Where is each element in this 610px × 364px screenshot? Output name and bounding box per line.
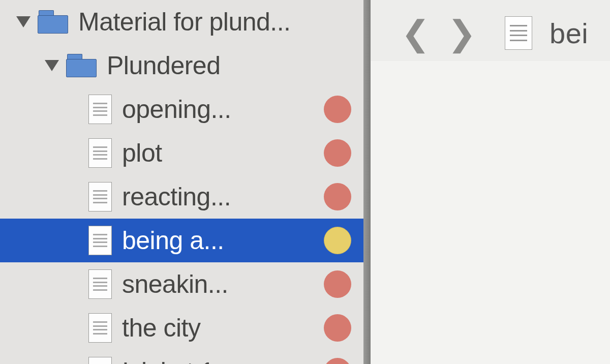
document-icon (88, 95, 112, 124)
tree-item-label: sneakin... (122, 269, 315, 299)
sidebar-item-5[interactable]: being a... (0, 219, 363, 262)
status-dot-red (324, 96, 351, 123)
breadcrumb-title[interactable]: bei (550, 17, 588, 50)
document-icon (88, 313, 112, 343)
status-dot-red (324, 270, 351, 298)
nav-forward-button[interactable]: ❯ (447, 13, 476, 53)
sidebar-item-2[interactable]: opening... (0, 87, 363, 131)
tree-item-label: the city (122, 313, 315, 343)
editor-toolbar: ❮ ❯ bei (371, 0, 610, 61)
document-icon (88, 182, 112, 211)
status-dot-yellow (324, 227, 351, 254)
tree-item-label: Ivini pt 1... (122, 357, 315, 364)
status-dot-red (324, 183, 351, 210)
binder-sidebar: Material for plund...Plunderedopening...… (0, 0, 363, 364)
disclosure-triangle-icon[interactable] (45, 60, 59, 71)
folder-icon (38, 10, 68, 34)
document-icon (505, 16, 532, 50)
tree-item-label: opening... (122, 95, 315, 124)
sidebar-item-4[interactable]: reacting... (0, 175, 363, 219)
status-dot-red (324, 314, 351, 342)
tree-item-label: Plundered (107, 51, 351, 80)
status-dot-red (324, 358, 351, 364)
sidebar-item-6[interactable]: sneakin... (0, 262, 363, 306)
document-icon (88, 357, 112, 364)
sidebar-folder-0[interactable]: Material for plund... (0, 0, 363, 44)
document-icon (88, 226, 112, 255)
tree-item-label: being a... (122, 226, 315, 255)
nav-back-button[interactable]: ❮ (401, 13, 430, 53)
folder-icon (66, 54, 97, 77)
sidebar-folder-1[interactable]: Plundered (0, 44, 363, 87)
tree-item-label: plot (122, 138, 315, 168)
tree-item-label: Material for plund... (78, 7, 351, 37)
pane-divider[interactable] (363, 0, 371, 364)
document-icon (88, 269, 112, 299)
status-dot-red (324, 139, 351, 167)
sidebar-item-8[interactable]: Ivini pt 1... (0, 350, 363, 364)
editor-pane: ❮ ❯ bei (371, 0, 610, 364)
tree-item-label: reacting... (122, 182, 315, 211)
sidebar-item-3[interactable]: plot (0, 131, 363, 175)
document-icon (88, 138, 112, 168)
disclosure-triangle-icon[interactable] (16, 16, 30, 27)
sidebar-item-7[interactable]: the city (0, 306, 363, 350)
editor-body[interactable] (371, 61, 610, 364)
